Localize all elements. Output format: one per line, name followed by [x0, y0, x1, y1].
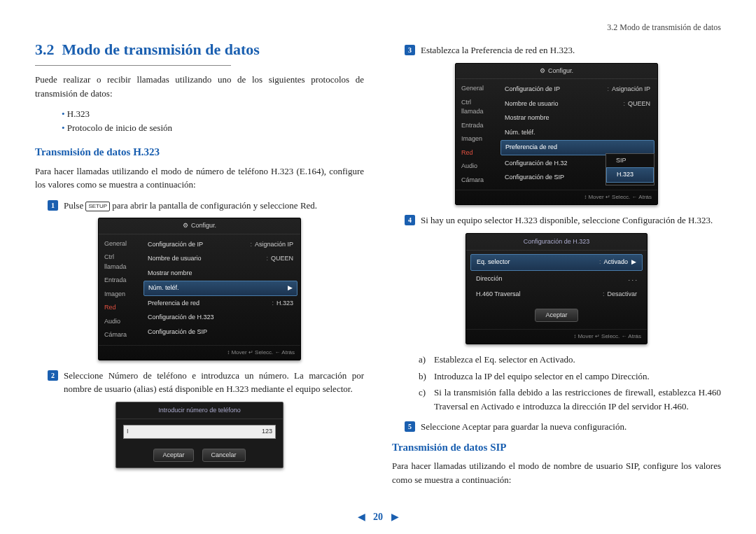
- gear-icon: ⚙: [183, 221, 188, 231]
- right-column: 3 Establezca la Preferencia de red en H.…: [392, 38, 721, 493]
- chevron-right-icon: ▶: [631, 258, 636, 265]
- screenshot-h323-config: Configuración de H.323 Eq. selector:Acti…: [465, 233, 648, 345]
- row-label: Configuración de H.32: [505, 159, 568, 169]
- shot2-sidebar: General Ctrl llamada Entrada Imagen Red …: [456, 79, 499, 190]
- step-badge-4: 4: [405, 215, 415, 225]
- next-page-button[interactable]: ▶: [391, 512, 399, 522]
- sip-subheading: Transmisión de datos SIP: [392, 440, 721, 456]
- shot2-title-text: Configur.: [548, 66, 573, 76]
- page-number: 20: [373, 512, 383, 522]
- row-value: Asignación IP: [612, 85, 650, 92]
- h323-paragraph: Para hacer llamadas utilizando el modo d…: [35, 164, 364, 192]
- popup-ok-button: Aceptar: [153, 449, 193, 463]
- sidebar-item-selected: Red: [456, 146, 499, 160]
- row-label-highlighted: Eq. selector: [477, 258, 510, 267]
- sidebar-item: Entrada: [456, 119, 499, 133]
- row-label: Nombre de usuario: [505, 99, 559, 109]
- sidebar-item: General: [456, 82, 499, 96]
- row-value: . . .: [628, 274, 637, 284]
- substep-a: Establezca el Eq. selector en Activado.: [434, 353, 575, 367]
- page-header-breadcrumb: 3.2 Modo de transmisión de datos: [35, 21, 721, 34]
- row-label: Configuración de IP: [505, 85, 560, 94]
- sidebar-item: Audio: [456, 160, 499, 174]
- step-1: 1 Pulse SETUP para abrir la pantalla de …: [48, 199, 364, 213]
- step-badge-3: 3: [405, 45, 415, 55]
- shot1-main: Configuración de IP:Asignación IP Nombre…: [142, 234, 300, 345]
- row-label: Preferencia de red: [148, 299, 200, 309]
- row-label-highlighted: Núm. teléf.: [148, 283, 179, 293]
- step-4: 4 Si hay un equipo selector H.323 dispon…: [405, 213, 721, 227]
- row-value: Desactivar: [607, 290, 637, 297]
- substep-marker: c): [419, 386, 430, 413]
- row-label: Mostrar nombre: [505, 113, 550, 123]
- sidebar-item: Ctrl llamada: [456, 96, 499, 119]
- row-label: Núm. teléf.: [505, 128, 536, 138]
- shot2-footer-hints: ↕ Mover ↵ Selecc. ← Atrás: [456, 190, 657, 204]
- shot1-title-text: Configur.: [191, 221, 216, 231]
- sip-paragraph: Para hacer llamadas utilizando el modo d…: [392, 459, 721, 486]
- setup-key-icon: SETUP: [85, 202, 110, 211]
- row-label: Mostrar nombre: [148, 269, 192, 279]
- chevron-right-icon: ▶: [288, 283, 293, 293]
- sidebar-item: Audio: [99, 315, 142, 329]
- step-1-post: para abrir la pantalla de configuración …: [110, 200, 317, 211]
- sidebar-item: Ctrl llamada: [99, 251, 142, 274]
- substep-b: Introduzca la IP del equipo selector en …: [434, 370, 650, 384]
- popup-title: Introducir número de teléfono: [116, 402, 283, 420]
- step-1-text: Pulse SETUP para abrir la pantalla de co…: [64, 199, 364, 213]
- popup-cancel-button: Cancelar: [202, 449, 246, 463]
- h323-subheading: Transmisión de datos H.323: [35, 144, 364, 160]
- shot2-title: ⚙Configur.: [456, 64, 657, 80]
- substep-marker: b): [419, 370, 430, 384]
- title-underline: [35, 65, 231, 66]
- row-label: Configuración de IP: [148, 240, 203, 250]
- shot1-title: ⚙Configur.: [99, 218, 300, 234]
- row-label: Configuración de H.323: [148, 313, 214, 323]
- step-2-text: Seleccione Número de teléfono e introduz…: [64, 369, 364, 396]
- list-item: H.323: [62, 107, 364, 121]
- sub-steps-abc: a)Establezca el Eq. selector en Activado…: [419, 353, 721, 413]
- sidebar-item: Entrada: [99, 274, 142, 288]
- step-badge-5: 5: [405, 421, 415, 432]
- list-item: Protocolo de inicio de sesión: [62, 121, 364, 135]
- left-column: 3.2 Modo de transmisión de datos Puede r…: [35, 38, 364, 493]
- cfg2-ok-button: Aceptar: [535, 309, 578, 323]
- row-label-highlighted: Preferencia de red: [505, 143, 557, 153]
- input-cursor: I: [127, 427, 129, 437]
- cfg2-title: Configuración de H.323: [466, 234, 647, 251]
- step-1-pre: Pulse: [64, 200, 85, 211]
- sidebar-item: Imagen: [456, 132, 499, 146]
- step-badge-2: 2: [48, 370, 58, 381]
- page-footer-nav: ◀ 20 ▶: [0, 510, 756, 524]
- substep-marker: a): [419, 353, 430, 367]
- sidebar-item-selected: Red: [99, 301, 142, 315]
- cfg2-footer-hints: ↕ Mover ↵ Selecc. ← Atrás: [466, 329, 647, 344]
- step-2: 2 Seleccione Número de teléfono e introd…: [48, 369, 364, 396]
- screenshot-config-red: ⚙Configur. General Ctrl llamada Entrada …: [98, 218, 301, 360]
- step-3-text: Establezca la Preferencia de red en H.32…: [421, 43, 721, 57]
- row-value: Asignación IP: [255, 241, 293, 248]
- popup-input-field: I 123: [123, 425, 276, 439]
- step-5: 5 Seleccione Aceptar para guardar la nue…: [405, 420, 721, 434]
- row-value: H.323: [276, 300, 293, 307]
- protocol-bullet-list: H.323 Protocolo de inicio de sesión: [62, 107, 364, 134]
- substep-c: Si la transmisión falla debido a las res…: [434, 386, 721, 413]
- row-label: H.460 Traversal: [476, 290, 521, 300]
- row-label: Configuración de SIP: [505, 173, 564, 183]
- screenshot-phone-popup: Introducir número de teléfono I 123 Acep…: [115, 402, 284, 469]
- step-badge-1: 1: [48, 200, 58, 211]
- dropdown-menu: SIP H.323: [606, 153, 654, 185]
- shot2-main: Configuración de IP:Asignación IP Nombre…: [499, 79, 657, 190]
- row-label: Nombre de usuario: [148, 254, 202, 264]
- sidebar-item: General: [99, 237, 142, 251]
- input-mode-indicator: 123: [262, 427, 272, 437]
- gear-icon: ⚙: [540, 66, 545, 76]
- prev-page-button[interactable]: ◀: [358, 512, 365, 522]
- screenshot-pref-red: ⚙Configur. General Ctrl llamada Entrada …: [455, 63, 658, 206]
- sidebar-item: Cámara: [456, 174, 499, 188]
- two-column-layout: 3.2 Modo de transmisión de datos Puede r…: [35, 38, 721, 493]
- shot1-sidebar: General Ctrl llamada Entrada Imagen Red …: [99, 234, 142, 345]
- sidebar-item: Imagen: [99, 288, 142, 302]
- intro-paragraph: Puede realizar o recibir llamadas utiliz…: [35, 73, 364, 100]
- step-4-text: Si hay un equipo selector H.323 disponib…: [421, 213, 721, 227]
